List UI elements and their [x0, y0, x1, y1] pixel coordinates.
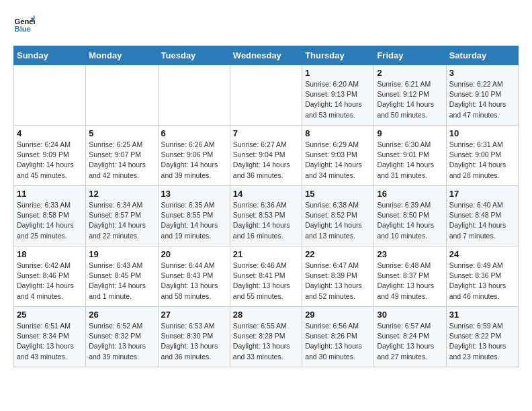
day-number: 16 [377, 189, 443, 199]
weekday-header-tuesday: Tuesday [158, 46, 230, 65]
day-info: Sunrise: 6:39 AM Sunset: 8:50 PM Dayligh… [377, 200, 443, 241]
day-number: 23 [377, 249, 443, 259]
calendar-cell: 15Sunrise: 6:38 AM Sunset: 8:52 PM Dayli… [302, 186, 374, 246]
day-number: 8 [305, 128, 371, 138]
logo-icon: General Blue [13, 13, 35, 35]
calendar-week-4: 18Sunrise: 6:42 AM Sunset: 8:46 PM Dayli… [14, 246, 519, 307]
calendar-cell: 16Sunrise: 6:39 AM Sunset: 8:50 PM Dayli… [374, 186, 446, 246]
calendar-cell: 18Sunrise: 6:42 AM Sunset: 8:46 PM Dayli… [14, 246, 86, 307]
day-number: 22 [305, 249, 371, 259]
calendar-cell [158, 65, 230, 126]
day-number: 17 [449, 189, 515, 199]
svg-text:Blue: Blue [15, 25, 31, 33]
day-info: Sunrise: 6:48 AM Sunset: 8:37 PM Dayligh… [377, 261, 443, 302]
day-number: 19 [89, 249, 154, 259]
weekday-header-thursday: Thursday [302, 46, 374, 65]
calendar-cell: 13Sunrise: 6:35 AM Sunset: 8:55 PM Dayli… [158, 186, 230, 246]
day-info: Sunrise: 6:43 AM Sunset: 8:45 PM Dayligh… [89, 261, 154, 302]
calendar-week-3: 11Sunrise: 6:33 AM Sunset: 8:58 PM Dayli… [14, 186, 519, 246]
calendar-week-1: 1Sunrise: 6:20 AM Sunset: 9:13 PM Daylig… [14, 65, 519, 126]
day-info: Sunrise: 6:35 AM Sunset: 8:55 PM Dayligh… [161, 200, 227, 241]
day-number: 14 [233, 189, 299, 199]
calendar-cell: 14Sunrise: 6:36 AM Sunset: 8:53 PM Dayli… [230, 186, 302, 246]
day-info: Sunrise: 6:53 AM Sunset: 8:30 PM Dayligh… [161, 321, 227, 362]
day-info: Sunrise: 6:49 AM Sunset: 8:36 PM Dayligh… [449, 261, 515, 302]
day-info: Sunrise: 6:21 AM Sunset: 9:12 PM Dayligh… [377, 79, 443, 120]
calendar-cell: 31Sunrise: 6:59 AM Sunset: 8:22 PM Dayli… [446, 307, 518, 367]
logo: General Blue [13, 13, 35, 35]
day-number: 31 [449, 310, 515, 320]
day-number: 24 [449, 249, 515, 259]
day-info: Sunrise: 6:38 AM Sunset: 8:52 PM Dayligh… [305, 200, 371, 241]
calendar-table: SundayMondayTuesdayWednesdayThursdayFrid… [13, 46, 519, 367]
calendar-cell: 1Sunrise: 6:20 AM Sunset: 9:13 PM Daylig… [302, 65, 374, 126]
calendar-cell: 10Sunrise: 6:31 AM Sunset: 9:00 PM Dayli… [446, 126, 518, 186]
day-number: 10 [449, 128, 515, 138]
calendar-cell: 25Sunrise: 6:51 AM Sunset: 8:34 PM Dayli… [14, 307, 86, 367]
calendar-cell: 30Sunrise: 6:57 AM Sunset: 8:24 PM Dayli… [374, 307, 446, 367]
calendar-cell: 21Sunrise: 6:46 AM Sunset: 8:41 PM Dayli… [230, 246, 302, 307]
calendar-cell: 8Sunrise: 6:29 AM Sunset: 9:03 PM Daylig… [302, 126, 374, 186]
day-info: Sunrise: 6:24 AM Sunset: 9:09 PM Dayligh… [17, 140, 83, 181]
day-info: Sunrise: 6:30 AM Sunset: 9:01 PM Dayligh… [377, 140, 443, 181]
day-number: 26 [89, 310, 154, 320]
calendar-cell: 20Sunrise: 6:44 AM Sunset: 8:43 PM Dayli… [158, 246, 230, 307]
calendar-cell: 17Sunrise: 6:40 AM Sunset: 8:48 PM Dayli… [446, 186, 518, 246]
day-info: Sunrise: 6:52 AM Sunset: 8:32 PM Dayligh… [89, 321, 154, 362]
day-info: Sunrise: 6:36 AM Sunset: 8:53 PM Dayligh… [233, 200, 299, 241]
day-info: Sunrise: 6:44 AM Sunset: 8:43 PM Dayligh… [161, 261, 227, 302]
weekday-header-monday: Monday [86, 46, 158, 65]
calendar-cell: 7Sunrise: 6:27 AM Sunset: 9:04 PM Daylig… [230, 126, 302, 186]
day-info: Sunrise: 6:20 AM Sunset: 9:13 PM Dayligh… [305, 79, 371, 120]
calendar-cell: 6Sunrise: 6:26 AM Sunset: 9:06 PM Daylig… [158, 126, 230, 186]
calendar-cell [14, 65, 86, 126]
day-number: 3 [449, 68, 515, 78]
calendar-cell: 2Sunrise: 6:21 AM Sunset: 9:12 PM Daylig… [374, 65, 446, 126]
day-number: 20 [161, 249, 227, 259]
day-number: 9 [377, 128, 443, 138]
day-info: Sunrise: 6:47 AM Sunset: 8:39 PM Dayligh… [305, 261, 371, 302]
day-number: 11 [17, 189, 83, 199]
day-number: 15 [305, 189, 371, 199]
calendar-cell: 3Sunrise: 6:22 AM Sunset: 9:10 PM Daylig… [446, 65, 518, 126]
calendar-cell: 19Sunrise: 6:43 AM Sunset: 8:45 PM Dayli… [86, 246, 158, 307]
calendar-cell: 26Sunrise: 6:52 AM Sunset: 8:32 PM Dayli… [86, 307, 158, 367]
day-number: 18 [17, 249, 83, 259]
calendar-cell: 12Sunrise: 6:34 AM Sunset: 8:57 PM Dayli… [86, 186, 158, 246]
day-info: Sunrise: 6:42 AM Sunset: 8:46 PM Dayligh… [17, 261, 83, 302]
day-info: Sunrise: 6:33 AM Sunset: 8:58 PM Dayligh… [17, 200, 83, 241]
calendar-cell: 9Sunrise: 6:30 AM Sunset: 9:01 PM Daylig… [374, 126, 446, 186]
weekday-header-sunday: Sunday [14, 46, 86, 65]
day-info: Sunrise: 6:57 AM Sunset: 8:24 PM Dayligh… [377, 321, 443, 362]
day-number: 30 [377, 310, 443, 320]
day-number: 2 [377, 68, 443, 78]
day-info: Sunrise: 6:59 AM Sunset: 8:22 PM Dayligh… [449, 321, 515, 362]
calendar-cell: 28Sunrise: 6:55 AM Sunset: 8:28 PM Dayli… [230, 307, 302, 367]
day-info: Sunrise: 6:51 AM Sunset: 8:34 PM Dayligh… [17, 321, 83, 362]
day-info: Sunrise: 6:29 AM Sunset: 9:03 PM Dayligh… [305, 140, 371, 181]
day-info: Sunrise: 6:25 AM Sunset: 9:07 PM Dayligh… [89, 140, 154, 181]
calendar-cell: 29Sunrise: 6:56 AM Sunset: 8:26 PM Dayli… [302, 307, 374, 367]
day-info: Sunrise: 6:22 AM Sunset: 9:10 PM Dayligh… [449, 79, 515, 120]
weekday-header-friday: Friday [374, 46, 446, 65]
day-number: 25 [17, 310, 83, 320]
day-info: Sunrise: 6:40 AM Sunset: 8:48 PM Dayligh… [449, 200, 515, 241]
day-number: 29 [305, 310, 371, 320]
day-number: 13 [161, 189, 227, 199]
calendar-cell: 24Sunrise: 6:49 AM Sunset: 8:36 PM Dayli… [446, 246, 518, 307]
day-info: Sunrise: 6:56 AM Sunset: 8:26 PM Dayligh… [305, 321, 371, 362]
calendar-cell: 4Sunrise: 6:24 AM Sunset: 9:09 PM Daylig… [14, 126, 86, 186]
day-info: Sunrise: 6:26 AM Sunset: 9:06 PM Dayligh… [161, 140, 227, 181]
calendar-cell: 5Sunrise: 6:25 AM Sunset: 9:07 PM Daylig… [86, 126, 158, 186]
weekday-header-saturday: Saturday [446, 46, 518, 65]
weekday-header-wednesday: Wednesday [230, 46, 302, 65]
calendar-week-5: 25Sunrise: 6:51 AM Sunset: 8:34 PM Dayli… [14, 307, 519, 367]
calendar-cell [86, 65, 158, 126]
day-info: Sunrise: 6:46 AM Sunset: 8:41 PM Dayligh… [233, 261, 299, 302]
day-info: Sunrise: 6:34 AM Sunset: 8:57 PM Dayligh… [89, 200, 154, 241]
day-number: 6 [161, 128, 227, 138]
day-info: Sunrise: 6:55 AM Sunset: 8:28 PM Dayligh… [233, 321, 299, 362]
day-number: 4 [17, 128, 83, 138]
day-info: Sunrise: 6:31 AM Sunset: 9:00 PM Dayligh… [449, 140, 515, 181]
day-number: 28 [233, 310, 299, 320]
